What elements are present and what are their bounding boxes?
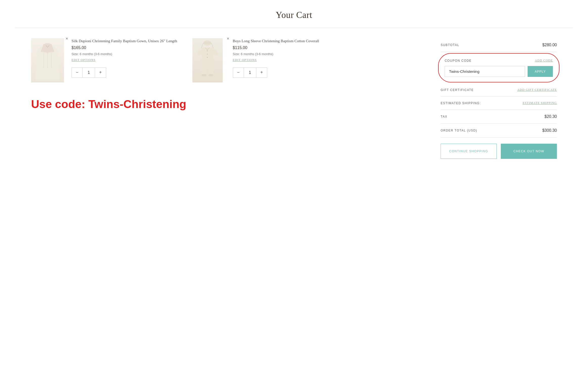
coupon-label: COUPON CODE bbox=[445, 59, 472, 62]
svg-line-6 bbox=[201, 43, 203, 48]
coupon-section: COUPON CODE ADD CODE APPLY bbox=[438, 53, 559, 82]
gift-cert-row: GIFT CERTIFICATE ADD GIFT CERTIFICATE bbox=[441, 83, 557, 97]
item2-qty-decrease[interactable]: − bbox=[233, 68, 244, 77]
item1-details: Silk Dupioni Christening Family Baptism … bbox=[72, 38, 177, 78]
svg-point-9 bbox=[207, 50, 208, 51]
item1-qty-increase[interactable]: + bbox=[95, 68, 106, 77]
remove-item1-button[interactable]: × bbox=[65, 36, 69, 42]
add-gift-cert-link[interactable]: ADD GIFT CERTIFICATE bbox=[517, 88, 557, 92]
item1-quantity-control: − 1 + bbox=[72, 68, 106, 78]
item1-image-container: × bbox=[31, 38, 66, 82]
item1-qty-decrease[interactable]: − bbox=[72, 68, 82, 77]
item1-qty-value: 1 bbox=[82, 68, 95, 77]
subtotal-row: SUBTOTAL $280.00 bbox=[441, 38, 557, 52]
checkout-button[interactable]: CHECK OUT NOW bbox=[501, 144, 557, 159]
estimate-shipping-link[interactable]: ESTIMATE SHIPPING bbox=[523, 101, 557, 105]
apply-coupon-button[interactable]: APPLY bbox=[528, 66, 553, 77]
order-total-label: ORDER TOTAL (USD) bbox=[441, 129, 477, 132]
svg-rect-15 bbox=[209, 74, 213, 76]
item2-image bbox=[192, 38, 223, 82]
cart-item: × Boys Long Sleeve Christening Baptism C… bbox=[192, 38, 319, 82]
main-layout: × Silk Dupioni Christening Family Baptis… bbox=[16, 28, 572, 169]
item1-price: $165.00 bbox=[72, 46, 177, 50]
add-code-link[interactable]: ADD CODE bbox=[535, 59, 553, 62]
continue-shopping-button[interactable]: CONTINUE SHOPPING bbox=[441, 144, 497, 159]
order-summary: SUBTOTAL $280.00 COUPON CODE ADD CODE AP… bbox=[441, 38, 557, 159]
remove-item2-button[interactable]: × bbox=[226, 36, 230, 42]
cart-items-section: × Silk Dupioni Christening Family Baptis… bbox=[31, 38, 425, 159]
item1-edit-options[interactable]: EDIT OPTIONS bbox=[72, 58, 96, 62]
item2-qty-value: 1 bbox=[244, 68, 256, 77]
svg-point-11 bbox=[207, 57, 208, 58]
item2-name: Boys Long Sleeve Christening Baptism Cot… bbox=[233, 38, 319, 44]
order-total-value: $300.30 bbox=[542, 128, 557, 133]
cart-products: × Silk Dupioni Christening Family Baptis… bbox=[31, 38, 425, 82]
item1-image bbox=[31, 38, 64, 82]
item2-details: Boys Long Sleeve Christening Baptism Cot… bbox=[233, 38, 319, 78]
item2-price: $115.00 bbox=[233, 46, 319, 50]
item2-quantity-control: − 1 + bbox=[233, 68, 267, 78]
subtotal-label: SUBTOTAL bbox=[441, 43, 459, 47]
item2-size: Size: 6 months (3-6 months) bbox=[233, 52, 319, 56]
tax-value: $20.30 bbox=[545, 114, 557, 119]
promo-text: Use code: Twins-Christening bbox=[31, 98, 425, 111]
order-total-row: ORDER TOTAL (USD) $300.30 bbox=[441, 124, 557, 138]
coupon-input[interactable] bbox=[445, 66, 525, 77]
cart-item: × Silk Dupioni Christening Family Baptis… bbox=[31, 38, 177, 82]
tax-row: TAX $20.30 bbox=[441, 110, 557, 124]
shipping-label: ESTIMATED SHIPPING: bbox=[441, 101, 481, 105]
gift-cert-label: GIFT CERTIFICATE bbox=[441, 88, 474, 92]
subtotal-value: $280.00 bbox=[542, 43, 557, 47]
page-title: Your Cart bbox=[0, 0, 588, 28]
item2-edit-options[interactable]: EDIT OPTIONS bbox=[233, 58, 257, 62]
action-buttons: CONTINUE SHOPPING CHECK OUT NOW bbox=[441, 144, 557, 159]
item1-size: Size: 6 months (3-6 months) bbox=[72, 52, 177, 56]
item1-name: Silk Dupioni Christening Family Baptism … bbox=[72, 38, 177, 44]
svg-rect-8 bbox=[202, 48, 213, 64]
svg-rect-14 bbox=[202, 74, 206, 76]
svg-line-7 bbox=[211, 43, 213, 48]
tax-label: TAX bbox=[441, 115, 447, 118]
svg-point-10 bbox=[207, 54, 208, 55]
shipping-row: ESTIMATED SHIPPING: ESTIMATE SHIPPING bbox=[441, 97, 557, 110]
coupon-header: COUPON CODE ADD CODE bbox=[445, 59, 553, 62]
coupon-input-row: APPLY bbox=[445, 66, 553, 77]
item2-qty-increase[interactable]: + bbox=[256, 68, 267, 77]
item2-image-container: × bbox=[192, 38, 228, 82]
